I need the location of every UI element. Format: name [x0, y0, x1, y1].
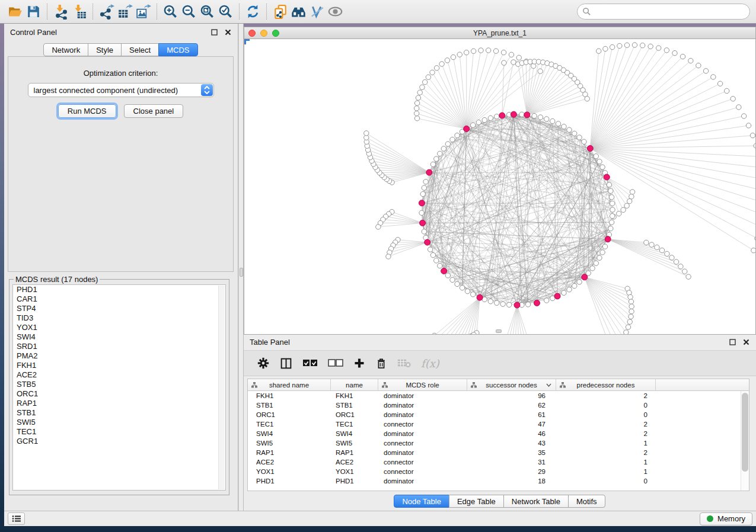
satellite-node[interactable] [414, 111, 419, 116]
satellite-node[interactable] [434, 66, 439, 70]
network-node[interactable] [430, 252, 435, 257]
network-node[interactable] [610, 207, 615, 212]
satellite-node[interactable] [680, 54, 685, 59]
network-node[interactable] [609, 220, 614, 225]
cell-shared-name[interactable]: RAP1 [248, 448, 331, 457]
network-node[interactable] [422, 185, 426, 190]
network-node[interactable] [430, 162, 435, 166]
cell-successor-nodes[interactable]: 47 [467, 419, 556, 429]
satellite-node[interactable] [746, 123, 751, 128]
float-table-panel-icon[interactable] [728, 338, 736, 346]
tab-motifs[interactable]: Motifs [568, 495, 605, 508]
network-node[interactable] [445, 142, 450, 146]
network-node[interactable] [525, 302, 530, 307]
satellite-node[interactable] [736, 105, 741, 110]
maximize-window-icon[interactable] [272, 30, 279, 37]
cell-successor-nodes[interactable]: 62 [467, 400, 556, 410]
mcds-result-item[interactable]: YOX1 [13, 323, 225, 332]
network-node[interactable] [572, 131, 577, 136]
cell-mcds-role[interactable]: connector [378, 419, 467, 429]
satellite-node[interactable] [678, 264, 683, 269]
satellite-node[interactable] [471, 49, 476, 53]
cell-predecessor-nodes[interactable]: 1 [556, 438, 656, 448]
network-node[interactable] [471, 123, 476, 127]
network-canvas[interactable] [244, 39, 755, 334]
network-node[interactable] [422, 229, 426, 234]
network-node[interactable] [550, 118, 555, 123]
cell-name[interactable]: FKH1 [331, 391, 378, 400]
criterion-dropdown[interactable]: largest connected component (undirected) [28, 83, 214, 97]
network-node[interactable] [471, 292, 476, 297]
satellite-node[interactable] [703, 69, 708, 73]
satellite-node[interactable] [669, 255, 674, 260]
satellite-node[interactable] [445, 58, 449, 63]
mcds-result-item[interactable]: STB1 [13, 408, 225, 418]
cell-name[interactable]: SWI4 [331, 429, 378, 438]
network-node[interactable] [441, 146, 446, 151]
cell-mcds-role[interactable]: dominator [378, 476, 467, 486]
save-session-button[interactable] [24, 2, 43, 21]
satellite-node[interactable] [417, 90, 422, 95]
network-node[interactable] [538, 115, 543, 120]
mcds-result-item[interactable]: SRD1 [13, 342, 225, 351]
search-input[interactable] [577, 4, 750, 20]
splitter-handle[interactable] [240, 268, 243, 277]
satellite-node[interactable] [426, 75, 430, 79]
satellite-node[interactable] [624, 330, 629, 334]
close-window-icon[interactable] [248, 30, 256, 37]
cell-successor-nodes[interactable]: 43 [467, 438, 556, 448]
satellite-node[interactable] [655, 245, 659, 249]
satellite-node[interactable] [585, 97, 589, 101]
satellite-node[interactable] [486, 48, 490, 53]
delete-column-button[interactable] [375, 357, 387, 370]
network-node[interactable] [602, 244, 607, 249]
satellite-node[interactable] [457, 52, 462, 57]
satellite-node[interactable] [376, 225, 381, 229]
clone-network-button[interactable] [271, 2, 289, 21]
vertical-splitter[interactable] [238, 24, 244, 511]
cell-predecessor-nodes[interactable]: 0 [556, 476, 656, 486]
cell-predecessor-nodes[interactable]: 0 [556, 400, 656, 410]
satellite-node[interactable] [640, 43, 645, 47]
memory-button[interactable]: Memory [700, 512, 752, 525]
mcds-hub-node[interactable] [605, 236, 611, 242]
network-node[interactable] [488, 116, 493, 120]
mcds-result-item[interactable]: FKH1 [13, 361, 225, 370]
network-node[interactable] [450, 277, 455, 282]
table-row[interactable]: ORC1ORC1dominator610 [248, 410, 749, 419]
network-node[interactable] [608, 226, 613, 231]
tab-select[interactable]: Select [121, 43, 159, 56]
network-node[interactable] [500, 302, 505, 306]
network-node[interactable] [532, 113, 537, 118]
network-node[interactable] [450, 137, 455, 142]
mcds-hub-node[interactable] [441, 268, 447, 274]
network-node[interactable] [460, 286, 464, 290]
network-node[interactable] [488, 299, 493, 303]
satellite-node[interactable] [629, 304, 634, 309]
column-header-mcds-role[interactable]: MCDS role [378, 379, 467, 390]
satellite-node[interactable] [464, 50, 468, 55]
network-node[interactable] [455, 133, 460, 137]
satellite-node[interactable] [364, 131, 369, 136]
open-file-button[interactable] [6, 2, 24, 21]
cell-name[interactable]: RAP1 [331, 448, 378, 457]
network-node[interactable] [577, 280, 582, 284]
cell-predecessor-nodes[interactable]: 2 [556, 448, 656, 457]
mcds-hub-node[interactable] [534, 300, 540, 306]
network-node[interactable] [567, 127, 572, 132]
satellite-node[interactable] [617, 43, 622, 48]
satellite-node[interactable] [630, 190, 634, 194]
satellite-node[interactable] [665, 251, 669, 256]
table-settings-button[interactable] [257, 357, 270, 370]
export-image-button[interactable] [134, 2, 152, 21]
cell-mcds-role[interactable]: connector [378, 467, 467, 476]
show-columns-button[interactable] [280, 357, 292, 370]
task-history-button[interactable] [8, 512, 25, 525]
network-node[interactable] [610, 213, 614, 218]
satellite-node[interactable] [688, 58, 693, 63]
satellite-node[interactable] [629, 194, 634, 199]
table-scrollbar-track[interactable] [741, 391, 749, 491]
satellite-node[interactable] [432, 333, 436, 334]
cell-shared-name[interactable]: STB1 [248, 400, 331, 410]
cell-mcds-role[interactable]: dominator [378, 410, 467, 419]
